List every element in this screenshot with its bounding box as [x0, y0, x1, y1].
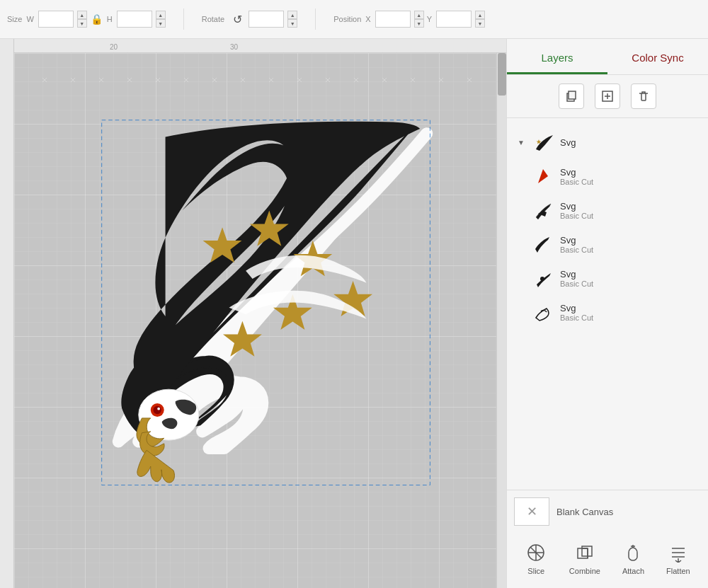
delete-layer-button[interactable]: [631, 83, 656, 109]
tab-color-sync[interactable]: Color Sync: [607, 39, 708, 74]
y-down[interactable]: ▼: [475, 19, 485, 28]
width-spinner[interactable]: ▲ ▼: [77, 11, 87, 28]
height-input[interactable]: [117, 11, 152, 28]
rotate-label: Rotate: [202, 15, 224, 23]
layer-name-parent: Svg: [560, 137, 576, 148]
copy-icon: [565, 90, 578, 103]
slice-button[interactable]: Slice: [519, 538, 553, 578]
y-spinner[interactable]: ▲ ▼: [475, 11, 485, 28]
combine-button[interactable]: Combine: [564, 538, 606, 578]
width-down[interactable]: ▼: [77, 19, 87, 28]
chevron-down-icon: ▼: [518, 139, 526, 146]
panel-tabs: Layers Color Sync: [507, 39, 708, 75]
layer-thumb-1: [532, 165, 554, 188]
height-spinner[interactable]: ▲ ▼: [156, 11, 166, 28]
rotate-group: Rotate ↺ ▲ ▼: [202, 11, 297, 28]
layer-sub-4: Basic Cut: [560, 279, 593, 288]
svg-point-43: [154, 406, 161, 414]
blank-canvas-label: Blank Canvas: [556, 507, 613, 517]
layer-name-1: Svg: [560, 167, 593, 178]
rotate-spinner[interactable]: ▲ ▼: [287, 11, 297, 28]
bottom-actions: Slice Combine: [514, 533, 701, 581]
divider2: [315, 8, 316, 30]
attach-button[interactable]: Attach: [616, 538, 650, 578]
svg-point-44: [157, 408, 160, 410]
scrollbar-thumb[interactable]: [498, 53, 506, 96]
blank-canvas-row: ✕ Blank Canvas: [514, 497, 701, 526]
copy-layer-button[interactable]: [559, 83, 584, 109]
combine-icon: [573, 541, 596, 564]
h-label: H: [107, 15, 113, 23]
position-group: Position X ▲ ▼ Y ▲ ▼: [333, 11, 485, 28]
ruler-mark-30: 30: [230, 43, 238, 51]
size-group: Size W ▲ ▼ 🔒 H ▲ ▼: [7, 11, 166, 28]
layer-sub-2: Basic Cut: [560, 212, 593, 220]
layer-info-2: Svg Basic Cut: [560, 201, 593, 220]
layer-list: ▼ Svg Svg: [507, 118, 708, 490]
y-label: Y: [427, 15, 432, 23]
height-down[interactable]: ▼: [156, 19, 166, 28]
flatten-button[interactable]: Flatten: [661, 538, 696, 578]
divider1: [183, 8, 184, 30]
size-label: Size: [7, 15, 22, 23]
position-label: Position: [333, 15, 361, 23]
layer-item-2[interactable]: Svg Basic Cut: [507, 193, 708, 227]
lock-icon[interactable]: 🔒: [90, 12, 104, 26]
x-label: X: [365, 15, 370, 23]
rotate-input[interactable]: [249, 11, 284, 28]
width-input[interactable]: [38, 11, 74, 28]
layer-item-1[interactable]: Svg Basic Cut: [507, 159, 708, 193]
layer-item-parent[interactable]: ▼ Svg: [507, 125, 708, 159]
eagle-image[interactable]: [85, 117, 460, 492]
x-up[interactable]: ▲: [414, 11, 424, 19]
layer-thumb-2: [532, 199, 554, 221]
svg-point-53: [540, 277, 544, 281]
svg-rect-47: [569, 91, 576, 99]
x-down[interactable]: ▼: [414, 19, 424, 28]
delete-icon: [637, 90, 650, 103]
layer-name-4: Svg: [560, 269, 593, 279]
rotate-down[interactable]: ▼: [287, 19, 297, 28]
combine-label: Combine: [569, 567, 600, 575]
layer-info-3: Svg Basic Cut: [560, 235, 593, 254]
layer-thumb-parent: [532, 131, 554, 154]
main-toolbar: Size W ▲ ▼ 🔒 H ▲ ▼ Rotate ↺ ▲ ▼ Position…: [0, 0, 708, 39]
layer-thumb-4: [532, 267, 554, 289]
svg-rect-58: [578, 548, 588, 558]
blank-canvas-thumb: ✕: [514, 497, 549, 526]
x-input[interactable]: [375, 11, 411, 28]
height-up[interactable]: ▲: [156, 11, 166, 19]
layer-item-4[interactable]: Svg Basic Cut: [507, 261, 708, 295]
right-panel: Layers Color Sync: [506, 39, 708, 588]
layer-sub-5: Basic Cut: [560, 313, 593, 322]
rotate-up[interactable]: ▲: [287, 11, 297, 19]
svg-marker-52: [538, 169, 548, 183]
vertical-scrollbar[interactable]: [496, 53, 506, 588]
vertical-ruler: [0, 39, 14, 588]
slice-icon: [525, 541, 547, 564]
tab-layers[interactable]: Layers: [507, 39, 607, 74]
flatten-icon: [667, 541, 690, 564]
x-mark-icon: ✕: [527, 504, 537, 519]
canvas-area[interactable]: 20 30: [0, 39, 506, 588]
layer-thumb-3: [532, 233, 554, 255]
y-input[interactable]: [436, 11, 472, 28]
layer-sub-3: Basic Cut: [560, 246, 593, 254]
layer-item-5[interactable]: Svg Basic Cut: [507, 295, 708, 329]
main-area: 20 30: [0, 39, 708, 588]
layer-item-3[interactable]: Svg Basic Cut: [507, 227, 708, 261]
width-up[interactable]: ▲: [77, 11, 87, 19]
add-layer-button[interactable]: [595, 83, 620, 109]
layer-name-2: Svg: [560, 201, 593, 212]
svg-rect-59: [582, 546, 592, 556]
layer-info-5: Svg Basic Cut: [560, 303, 593, 322]
layer-name-3: Svg: [560, 235, 593, 246]
layer-info-4: Svg Basic Cut: [560, 269, 593, 288]
rotate-icon[interactable]: ↺: [229, 11, 246, 28]
layer-sub-1: Basic Cut: [560, 178, 593, 186]
horizontal-ruler: 20 30: [0, 39, 506, 53]
y-up[interactable]: ▲: [475, 11, 485, 19]
layer-info-parent: Svg: [560, 137, 576, 148]
ruler-mark-20: 20: [110, 43, 118, 51]
x-spinner[interactable]: ▲ ▼: [414, 11, 424, 28]
